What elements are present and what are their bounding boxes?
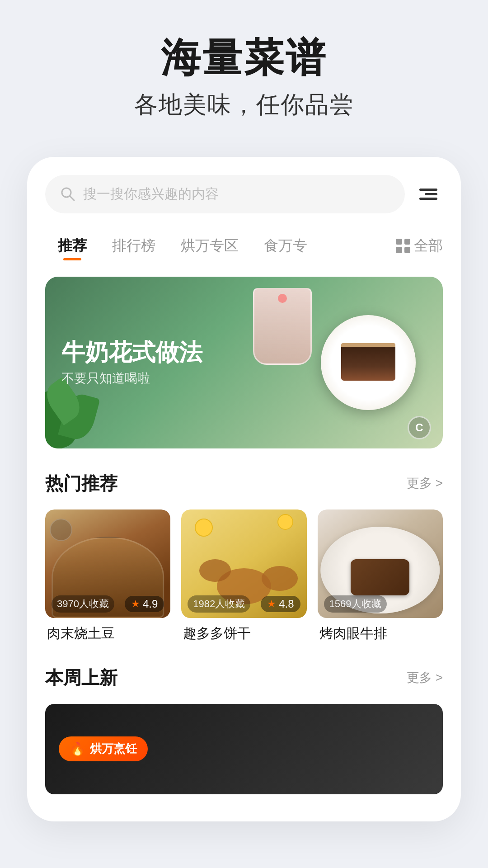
tab-ranking[interactable]: 排行榜 (99, 231, 168, 260)
hot-section-more[interactable]: 更多 > (407, 475, 443, 492)
recipe-count-3: 1569人收藏 (324, 595, 387, 613)
week-section-more[interactable]: 更多 > (407, 669, 443, 686)
menu-lines (419, 189, 437, 200)
star-icon-2: ★ (267, 598, 276, 610)
recipes-row: 3970人收藏 ★ 4.9 肉末烧土豆 (45, 509, 443, 643)
hero-title: 海量菜谱 (18, 36, 470, 80)
hero-subtitle: 各地美味，任你品尝 (18, 89, 470, 121)
tab-baking[interactable]: 烘万专区 (168, 231, 251, 260)
search-icon (60, 186, 76, 202)
recipe-badge-2: 1982人收藏 ★ 4.8 (181, 595, 306, 613)
recipe-count-2: 1982人收藏 (188, 595, 250, 613)
tab-food[interactable]: 食万专 (251, 231, 320, 260)
star-icon-1: ★ (131, 598, 140, 610)
banner-content: 牛奶花式做法 不要只知道喝啦 (61, 338, 202, 387)
banner-title: 牛奶花式做法 (61, 338, 202, 366)
banner[interactable]: 牛奶花式做法 不要只知道喝啦 C (45, 277, 443, 448)
week-section-title: 本周上新 (45, 665, 117, 690)
recipe-count-1: 3970人收藏 (52, 595, 114, 613)
recipe-img-1: 3970人收藏 ★ 4.9 (45, 509, 170, 618)
recipe-name-1: 肉末烧土豆 (45, 624, 170, 643)
search-row: 搜一搜你感兴趣的内容 (45, 175, 443, 213)
recipe-name-2: 趣多多饼干 (181, 624, 306, 643)
week-tag-label: 烘万烹饪 (90, 741, 137, 757)
recipe-img-3: 1569人收藏 (318, 509, 443, 618)
tab-all[interactable]: 全部 (396, 236, 443, 256)
flame-icon: 🔥 (70, 741, 85, 756)
menu-icon[interactable] (414, 179, 443, 208)
recipe-img-2: 1982人收藏 ★ 4.8 (181, 509, 306, 618)
grid-icon (396, 239, 410, 253)
recipe-rating-1: ★ 4.9 (125, 596, 164, 612)
recipe-rating-2: ★ 4.8 (261, 596, 300, 612)
hot-section-title: 热门推荐 (45, 471, 117, 496)
search-bar[interactable]: 搜一搜你感兴趣的内容 (45, 175, 405, 213)
tab-recommend[interactable]: 推荐 (45, 231, 99, 260)
hero-section: 海量菜谱 各地美味，任你品尝 (0, 0, 488, 139)
recipe-badge-3: 1569人收藏 (318, 595, 443, 613)
banner-cake (341, 344, 395, 381)
week-new-banner[interactable]: 🔥 烘万烹饪 (45, 704, 443, 794)
tab-all-label: 全部 (414, 236, 443, 256)
recipe-card-2[interactable]: 1982人收藏 ★ 4.8 趣多多饼干 (181, 509, 306, 643)
svg-line-1 (70, 196, 74, 200)
recipe-badge-1: 3970人收藏 ★ 4.9 (45, 595, 170, 613)
recipe-name-3: 烤肉眼牛排 (318, 624, 443, 643)
search-placeholder-text: 搜一搜你感兴趣的内容 (83, 185, 219, 203)
banner-logo: C (408, 416, 431, 439)
banner-glass (253, 288, 312, 365)
phone-card: 搜一搜你感兴趣的内容 推荐 排行榜 烘万专区 食万专 全部 (27, 157, 461, 821)
tabs-row: 推荐 排行榜 烘万专区 食万专 全部 (45, 231, 443, 260)
week-tag: 🔥 烘万烹饪 (59, 736, 148, 761)
hot-section-header: 热门推荐 更多 > (45, 471, 443, 496)
recipe-card-3[interactable]: 1569人收藏 烤肉眼牛排 (318, 509, 443, 643)
recipe-card-1[interactable]: 3970人收藏 ★ 4.9 肉末烧土豆 (45, 509, 170, 643)
banner-plate (321, 315, 416, 410)
banner-subtitle: 不要只知道喝啦 (61, 370, 202, 387)
week-section-header: 本周上新 更多 > (45, 665, 443, 690)
